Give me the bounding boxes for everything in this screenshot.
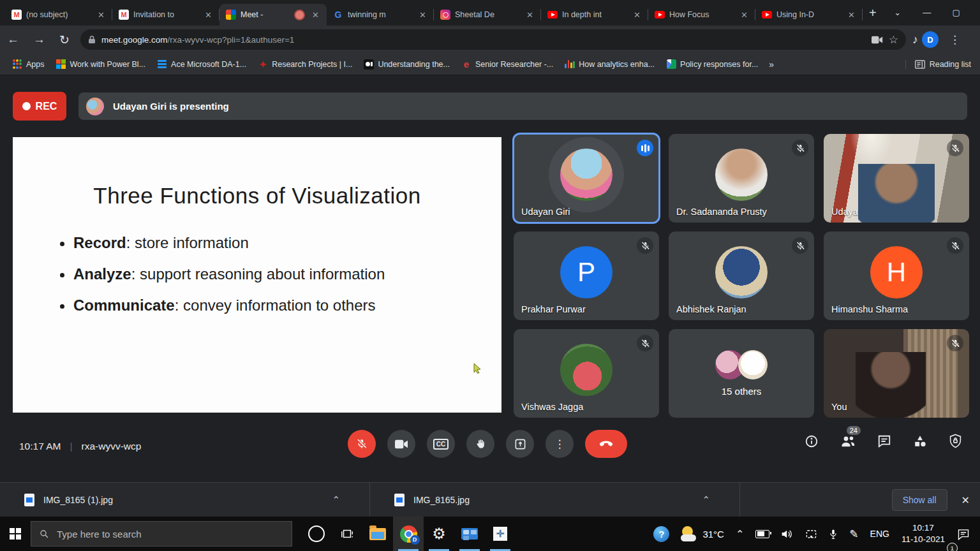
bookmark-policy-responses[interactable]: Policy responses for... [660, 57, 764, 72]
close-icon[interactable]: ✕ [202, 10, 214, 20]
bookmark-research-projects[interactable]: ✦ Research Projects | I... [252, 57, 358, 72]
browser-menu-icon[interactable]: ⋮ [942, 33, 967, 47]
participant-tile-sadananda-prusty[interactable]: Dr. Sadananda Prusty [669, 134, 814, 223]
search-input[interactable] [56, 528, 284, 540]
close-icon[interactable]: ✕ [417, 10, 429, 20]
participant-tile-vishwas-jagga[interactable]: Vishwas Jagga [514, 329, 659, 418]
back-button[interactable]: ← [0, 33, 26, 47]
host-controls-button[interactable] [949, 434, 962, 448]
close-icon[interactable]: ✕ [524, 10, 536, 20]
bookmarks-overflow-icon[interactable]: » [764, 59, 779, 70]
close-downloads-icon[interactable]: ✕ [961, 494, 970, 506]
participant-tile-abhishek-ranjan[interactable]: Abhishek Ranjan [669, 231, 814, 320]
participant-tile-others[interactable]: 15 others [669, 329, 814, 418]
start-button[interactable] [0, 517, 31, 551]
news-app-button[interactable] [454, 517, 485, 551]
window-close-button[interactable]: ✕ [971, 0, 980, 26]
clock-tray-button[interactable]: 10:17 11-10-2021 [895, 517, 951, 551]
language-tray-button[interactable]: ENG [865, 517, 895, 551]
profile-avatar[interactable]: D [922, 31, 939, 48]
close-icon[interactable]: ✕ [845, 10, 858, 20]
tab-youtube-3[interactable]: Using In-D ✕ [755, 4, 863, 26]
pen-tray-button[interactable]: ✎ [843, 517, 864, 551]
participants-button[interactable]: 24 [840, 434, 856, 448]
bookmark-powerbi[interactable]: Work with Power Bl... [50, 57, 152, 72]
participant-tile-udayan-giri-video[interactable]: Udayan Giri [824, 134, 969, 223]
download-menu-chevron-icon[interactable]: ⌃ [332, 494, 340, 506]
download-item-2[interactable]: IMG_8165.jpg ⌃ [370, 483, 740, 517]
tab-search-chevron-icon[interactable]: ⌄ [883, 0, 912, 26]
extension-music-icon[interactable]: ♪ [912, 33, 918, 47]
notification-center-button[interactable]: 1 [951, 517, 980, 551]
mic-off-icon [947, 140, 963, 156]
chevron-up-icon: ⌃ [736, 528, 744, 540]
bookmark-star-icon[interactable]: ☆ [889, 33, 898, 47]
raise-hand-button[interactable] [466, 430, 494, 458]
notification-count-badge: 1 [947, 543, 958, 551]
tab-label: Sheetal De [455, 10, 519, 19]
lock-icon[interactable] [88, 35, 96, 44]
participant-tile-udayan-giri[interactable]: Udayan Giri [514, 134, 659, 223]
chrome-taskbar-button[interactable]: D [393, 517, 424, 551]
address-bar[interactable]: meet.google.com/rxa-wyvv-wcp?pli=1&authu… [80, 29, 906, 50]
window-minimize-button[interactable]: — [912, 0, 942, 26]
bookmark-ace-microsoft[interactable]: Ace Microsoft DA-1... [151, 57, 252, 72]
bookmark-how-analytics[interactable]: How analytics enha... [559, 57, 660, 71]
battery-tray-button[interactable] [750, 517, 775, 551]
captions-button[interactable]: CC [427, 430, 455, 458]
close-icon[interactable]: ✕ [631, 10, 643, 20]
new-tab-button[interactable]: + [863, 4, 883, 22]
bookmark-understanding[interactable]: Understanding the... [358, 57, 456, 72]
close-icon[interactable]: ✕ [95, 10, 107, 20]
cast-tray-button[interactable] [799, 517, 823, 551]
tab-google-search[interactable]: G twinning m ✕ [327, 4, 434, 26]
settings-button[interactable]: ⚙ [424, 517, 454, 551]
meet-control-bar: 10:17 AM | rxa-wyvv-wcp CC [0, 427, 980, 466]
task-view-button[interactable] [332, 517, 362, 551]
close-icon[interactable]: ✕ [309, 10, 322, 20]
download-item-1[interactable]: IMG_8165 (1).jpg ⌃ [0, 483, 370, 517]
show-hidden-icons-button[interactable]: ⌃ [730, 517, 750, 551]
meeting-details-button[interactable] [805, 434, 819, 448]
present-button[interactable] [506, 430, 534, 458]
weather-tray-button[interactable]: 31°C [675, 517, 730, 551]
tab-gmail-invitation[interactable]: M Invitation to ✕ [112, 4, 219, 26]
show-all-downloads-button[interactable]: Show all [892, 489, 947, 511]
recording-badge[interactable]: REC [13, 92, 66, 121]
tab-youtube-2[interactable]: How Focus ✕ [648, 4, 755, 26]
close-icon[interactable]: ✕ [738, 10, 750, 20]
tab-meet[interactable]: Meet - ✕ [219, 4, 327, 26]
file-explorer-button[interactable] [362, 517, 393, 551]
microphone-tray-button[interactable] [823, 517, 843, 551]
avatar-initial: H [870, 246, 923, 298]
reload-button[interactable]: ↻ [52, 33, 77, 47]
activities-button[interactable] [913, 434, 927, 448]
camera-button[interactable] [387, 430, 415, 458]
tab-youtube-1[interactable]: In depth int ✕ [541, 4, 648, 26]
tab-instagram[interactable]: Sheetal De ✕ [434, 4, 541, 26]
volume-tray-button[interactable] [775, 517, 799, 551]
camera-in-use-icon[interactable] [872, 36, 883, 44]
reading-list-button[interactable]: Reading list [905, 60, 980, 69]
bookmark-apps[interactable]: Apps [6, 57, 50, 72]
tableau-button[interactable]: ✛ [485, 517, 516, 551]
divider: | [70, 441, 73, 452]
taskbar-search[interactable] [31, 521, 292, 547]
presentation-slide[interactable]: Three Functions of Visualization Record:… [13, 137, 501, 413]
url-path: /rxa-wyvv-wcp?pli=1&authuser=1 [167, 35, 294, 45]
more-options-button[interactable]: ⋮ [546, 430, 574, 458]
chat-button[interactable] [877, 434, 891, 448]
tab-gmail-no-subject[interactable]: M (no subject) ✕ [5, 4, 112, 26]
bookmark-label: Ace Microsoft DA-1... [171, 60, 246, 69]
participant-tile-you[interactable]: You [824, 329, 969, 418]
download-menu-chevron-icon[interactable]: ⌃ [702, 494, 710, 506]
cortana-button[interactable] [301, 517, 332, 551]
help-tray-button[interactable]: ? [648, 517, 675, 551]
bookmark-senior-researcher[interactable]: e Senior Researcher -... [456, 57, 559, 72]
participant-tile-himanshu-sharma[interactable]: H Himanshu Sharma [824, 231, 969, 320]
end-call-button[interactable] [585, 430, 627, 458]
mute-button[interactable] [348, 430, 376, 458]
participant-tile-prakhar-purwar[interactable]: P Prakhar Purwar [514, 231, 659, 320]
window-restore-button[interactable]: ▢ [942, 0, 971, 26]
forward-button[interactable]: → [26, 33, 52, 47]
